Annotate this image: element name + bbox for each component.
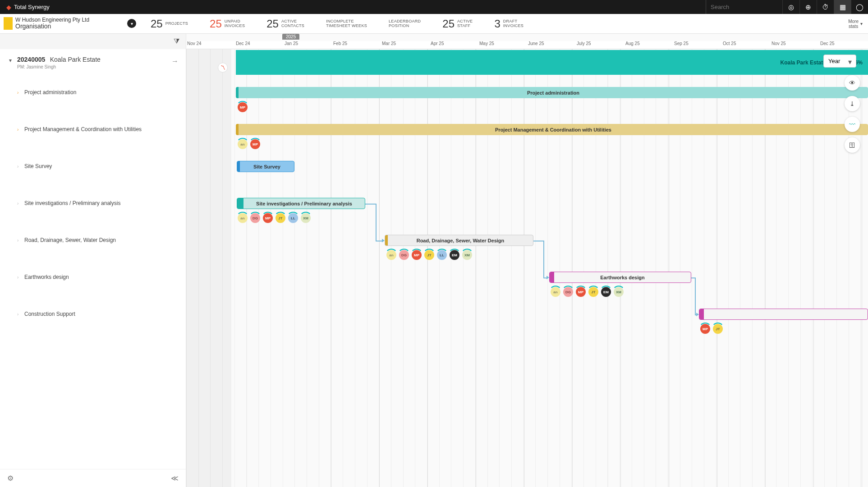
sidebar-item[interactable]: ›Earthworks design [0,259,186,296]
avatar[interactable]: MP [700,324,710,334]
avatar[interactable]: DG [563,287,573,297]
avatar[interactable]: XM [301,213,311,223]
project-header[interactable]: ▾ 20240005 Koala Park Estate PM: Jasmine… [0,49,186,74]
project-name: Koala Park Estate [50,56,101,63]
stat-active-contacts[interactable]: 25 ACTIVECONTACTS [256,18,315,30]
topbar: ◆ Total Synergy ◎ ⊕ ⏱ ▦ ◯ [0,0,868,14]
avatar[interactable]: JT [424,250,434,260]
sidebar-item[interactable]: ›Project Management & Coordination with … [0,111,186,148]
gantt-bar-road-design[interactable]: Road, Drainage, Sewer, Water Design [385,235,533,246]
org-dropdown-icon[interactable]: ▾ [127,19,136,28]
download-icon[interactable]: ⤓ [845,96,860,111]
avatar[interactable]: JT [276,213,285,223]
sidebar-item[interactable]: ›Site Survey [0,148,186,185]
gantt-bar-pm-utilities[interactable]: Project Management & Coordination with U… [236,124,868,135]
collapse-sidebar-icon[interactable]: ≪ [171,474,179,482]
timescale-select[interactable]: Year [823,55,856,68]
chevron-right-icon: › [17,127,18,132]
avatar[interactable]: EM [601,287,611,297]
chevron-right-icon: › [17,90,18,95]
settings-icon[interactable]: ⚙ [7,474,14,482]
location-icon[interactable]: ◎ [782,0,799,14]
stat-draft-invoices[interactable]: 3 DRAFTINVOICES [483,18,534,30]
timer-icon[interactable]: ⏱ [817,0,834,14]
avatar[interactable]: MP [250,139,260,149]
logo-icon: ◆ [6,4,11,11]
assignee-group: an DG MP JT LL EM XM [386,250,472,260]
calendar-icon[interactable]: ▦ [834,0,851,14]
app-logo[interactable]: ◆ Total Synergy [0,4,56,11]
stat-projects[interactable]: 25 PROJECTS [140,18,199,30]
avatar[interactable]: JT [588,287,598,297]
open-project-icon[interactable]: → [171,55,179,65]
avatar[interactable]: XM [614,287,624,297]
statsbar: W Hudson Engineering Pty Ltd Organisatio… [0,14,868,34]
chevron-right-icon: › [17,164,18,169]
avatar[interactable]: JT [713,324,723,334]
org-selector[interactable]: W Hudson Engineering Pty Ltd Organisatio… [0,17,140,30]
stat-incomplete-timesheet[interactable]: INCOMPLETETIMESHEET WEEKS [315,19,378,28]
sidebar-footer: ⚙ ≪ [0,469,186,487]
gantt-bar-project-admin[interactable]: Project administration [236,87,868,98]
task-list: ›Project administration ›Project Managem… [0,74,186,487]
avatar[interactable]: an [238,139,248,149]
chevron-down-icon: ▾ [860,21,863,26]
avatar[interactable]: DG [399,250,409,260]
avatar[interactable]: LL [288,213,298,223]
visibility-icon[interactable]: 👁 [845,75,860,91]
sidebar-item[interactable]: ›Construction Support [0,296,186,332]
chevron-right-icon: › [17,275,18,280]
gantt-bar-project-summary[interactable]: Koala Park Estate $709K @ 56% [236,50,868,75]
assignee-group: an DG MP JT LL XM [238,213,311,223]
brand-text: Total Synergy [14,4,50,10]
sidebar-item[interactable]: ›Road, Drainage, Sewer, Water Design [0,222,186,259]
avatar[interactable]: an [386,250,396,260]
avatar[interactable]: MP [263,213,273,223]
sidebar-item[interactable]: ›Site investigations / Preliminary analy… [0,185,186,222]
project-manager: Jasmine Singh [27,64,56,69]
month-axis: Nov 24 Dec 24 Jan 25 Feb 25 Mar 25 Apr 2… [186,41,868,49]
stat-unpaid-invoices[interactable]: 25 UNPAIDINVOICES [199,18,256,30]
chevron-right-icon: › [17,238,18,243]
avatar[interactable]: MP [412,250,422,260]
gantt-bar-earthworks[interactable]: Earthworks design [549,272,691,283]
avatar[interactable]: MP [238,102,248,112]
avatar[interactable]: MP [576,287,586,297]
search-input[interactable] [711,4,778,10]
chevron-right-icon: › [17,312,18,317]
assignee-group: MP JT [700,324,723,334]
filter-icon[interactable]: ⧩ [174,37,179,46]
sidebar-item[interactable]: ›Project administration [0,74,186,111]
top-icon-group: ◎ ⊕ ⏱ ▦ ◯ [782,0,868,14]
project-code: 20240005 [17,56,45,63]
gantt-bar-site-investigations[interactable]: Site investigations / Preliminary analys… [237,198,365,209]
settings-line-icon[interactable]: 〰 [845,117,860,132]
avatar[interactable]: an [551,287,560,297]
assignee-group: an DG MP JT EM XM [551,287,624,297]
gantt-bar-site-survey[interactable]: Site Survey [237,161,294,172]
org-color-swatch [4,17,13,30]
stat-leaderboard[interactable]: LEADERBOARDPOSITION [378,19,432,28]
global-search[interactable] [706,0,782,14]
avatar[interactable]: XM [462,250,472,260]
trend-icon[interactable]: 〽 [218,63,228,73]
avatar[interactable]: EM [450,250,459,260]
gantt-grid [186,49,868,487]
gantt-chart[interactable]: 2025 Nov 24 Dec 24 Jan 25 Feb 25 Mar 25 … [186,34,868,487]
stat-active-staff[interactable]: 25 ACTIVESTAFF [432,18,483,30]
avatar[interactable]: an [238,213,248,223]
assignee-group: an MP [238,139,260,149]
sidebar: ⧩ ▾ 20240005 Koala Park Estate PM: Jasmi… [0,34,186,487]
more-stats-toggle[interactable]: More stats▾ [843,19,868,29]
account-icon[interactable]: ◯ [851,0,868,14]
collapse-icon[interactable]: ▾ [9,55,17,64]
add-icon[interactable]: ⊕ [799,0,817,14]
avatar[interactable]: DG [250,213,260,223]
chevron-right-icon: › [17,201,18,206]
gantt-toolbar: 👁 ⤓ 〰 ⚿ [845,75,860,153]
key-icon[interactable]: ⚿ [845,137,860,153]
gantt-bar-construction-support[interactable] [699,309,868,320]
avatar[interactable]: LL [437,250,447,260]
assignee-group: MP [238,102,248,112]
past-shade [186,49,231,487]
